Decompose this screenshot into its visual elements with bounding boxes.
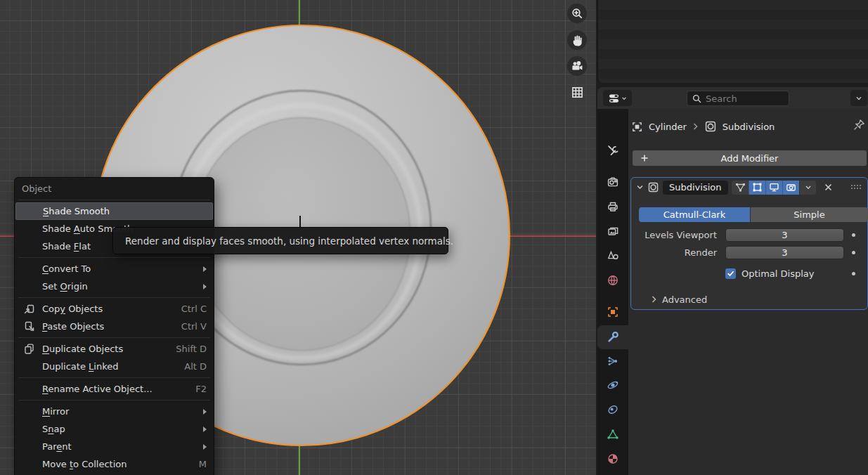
tool-icon (607, 145, 619, 157)
decorator-dot[interactable] (852, 272, 855, 275)
optimal-display-row: Optimal Display (631, 268, 868, 279)
expand-chevron-icon[interactable] (636, 184, 644, 190)
camera-gizmo-button[interactable] (567, 56, 587, 76)
modifier-display-toggles (732, 181, 816, 195)
modifier-breadcrumb-icon (704, 120, 717, 133)
pan-hand-icon (571, 34, 584, 47)
object-icon (607, 306, 619, 318)
modifier-close-button[interactable] (824, 183, 833, 192)
subdivision-type-segment: Catmull-Clark Simple (639, 207, 868, 222)
tab-particles[interactable] (597, 349, 628, 373)
menu-item-paste-objects[interactable]: Paste Objects Ctrl V (15, 318, 214, 335)
menu-item-convert-to[interactable]: Convert To (15, 260, 214, 278)
submenu-arrow-icon (203, 284, 207, 289)
zoom-gizmo-button[interactable] (567, 4, 587, 23)
tab-modifiers[interactable] (597, 325, 628, 349)
particles-icon (607, 355, 619, 367)
pin-id-button[interactable] (853, 118, 866, 131)
menu-item-mirror[interactable]: Mirror (15, 403, 214, 420)
close-icon (824, 183, 833, 192)
blender-window: Object Shade Smooth Shade Auto Smooth Sh… (0, 0, 868, 475)
on-cage-icon (735, 182, 746, 193)
menu-item-duplicate-linked[interactable]: Duplicate Linked Alt D (15, 358, 214, 375)
optimal-display-checkbox[interactable] (725, 268, 736, 279)
modifier-panel-header: Subdivision (631, 178, 867, 197)
tab-material[interactable] (597, 447, 628, 471)
tab-constraints[interactable] (597, 398, 628, 422)
world-icon (607, 274, 619, 287)
simple-button[interactable]: Simple (751, 207, 868, 222)
menu-separator (18, 400, 210, 401)
breadcrumb-chevron-icon (692, 122, 699, 131)
menu-item-rename-active-object[interactable]: Rename Active Object... F2 (15, 380, 214, 398)
tab-view-layer[interactable] (597, 219, 628, 243)
tab-scene[interactable] (597, 244, 628, 268)
tab-render[interactable] (597, 170, 628, 194)
object-data-icon (607, 428, 619, 441)
drag-grip-icon[interactable] (851, 185, 862, 190)
modifier-extras-button[interactable] (799, 181, 816, 195)
tab-object-data[interactable] (597, 422, 628, 446)
breadcrumb-object[interactable]: Cylinder (649, 122, 687, 132)
toggle-realtime-display[interactable] (765, 181, 782, 195)
render-icon (607, 176, 619, 188)
tab-object[interactable] (597, 300, 628, 324)
breadcrumb-modifier[interactable]: Subdivision (723, 122, 775, 132)
context-menu-title: Object (15, 181, 214, 197)
properties-icon (608, 92, 621, 105)
optimal-display-label: Optimal Display (741, 268, 815, 279)
search-icon (692, 94, 701, 103)
advanced-section-toggle[interactable]: Advanced (651, 292, 707, 307)
tab-tool[interactable] (597, 139, 628, 163)
modifier-name-field[interactable]: Subdivision (663, 181, 728, 195)
search-placeholder: Search (706, 93, 737, 104)
render-row: Render 3 (631, 246, 868, 259)
toggle-render-display[interactable] (782, 181, 799, 195)
plus-icon (640, 153, 649, 163)
catmull-clark-button[interactable]: Catmull-Clark (639, 207, 750, 222)
menu-item-copy-objects[interactable]: Copy Objects Ctrl C (15, 300, 214, 318)
3d-viewport[interactable]: Object Shade Smooth Shade Auto Smooth Sh… (0, 0, 596, 475)
properties-editor: Search (597, 87, 868, 475)
properties-header: Search (597, 87, 868, 109)
subsurf-modifier-icon (647, 181, 659, 193)
menu-item-duplicate-objects[interactable]: Duplicate Objects Shift D (15, 340, 214, 358)
decorator-dot[interactable] (852, 251, 855, 254)
check-icon (727, 270, 734, 278)
render-field[interactable]: 3 (725, 246, 844, 259)
paste-icon (23, 320, 35, 332)
material-icon (607, 453, 619, 465)
tab-world[interactable] (597, 268, 628, 292)
header-options-button[interactable] (850, 90, 867, 106)
chevron-right-icon (651, 295, 657, 304)
chevron-down-icon (805, 185, 812, 190)
view-layer-icon (607, 225, 619, 238)
tab-physics[interactable] (597, 373, 628, 397)
object-context-menu: Object Shade Smooth Shade Auto Smooth Sh… (14, 177, 214, 475)
subdivision-modifier-panel: Subdivision (630, 177, 868, 310)
grid-gizmo-button[interactable] (567, 82, 587, 102)
toggle-edit-mode-display[interactable] (749, 181, 765, 195)
toggle-on-cage[interactable] (732, 181, 749, 195)
editor-type-button[interactable] (603, 90, 632, 106)
levels-viewport-field[interactable]: 3 (725, 228, 844, 242)
menu-separator (18, 257, 210, 258)
menu-item-parent[interactable]: Parent (15, 438, 214, 455)
menu-item-snap[interactable]: Snap (15, 420, 214, 438)
menu-item-set-origin[interactable]: Set Origin (15, 278, 214, 295)
outliner-panel[interactable] (597, 0, 868, 83)
menu-separator (18, 200, 210, 200)
pan-gizmo-button[interactable] (567, 30, 587, 50)
submenu-arrow-icon (203, 427, 207, 432)
menu-item-shade-smooth[interactable]: Shade Smooth (15, 202, 213, 220)
add-modifier-button[interactable]: Add Modifier (633, 150, 867, 166)
decorator-dot[interactable] (852, 233, 855, 237)
menu-item-move-to-collection[interactable]: Move to Collection M (15, 455, 214, 473)
render-label: Render (631, 247, 717, 258)
properties-search-field[interactable]: Search (687, 91, 789, 106)
chevron-down-icon (621, 96, 627, 101)
physics-icon (607, 379, 619, 391)
tab-output[interactable] (597, 195, 628, 219)
right-editors: Search (596, 0, 868, 475)
pin-icon (853, 118, 866, 131)
